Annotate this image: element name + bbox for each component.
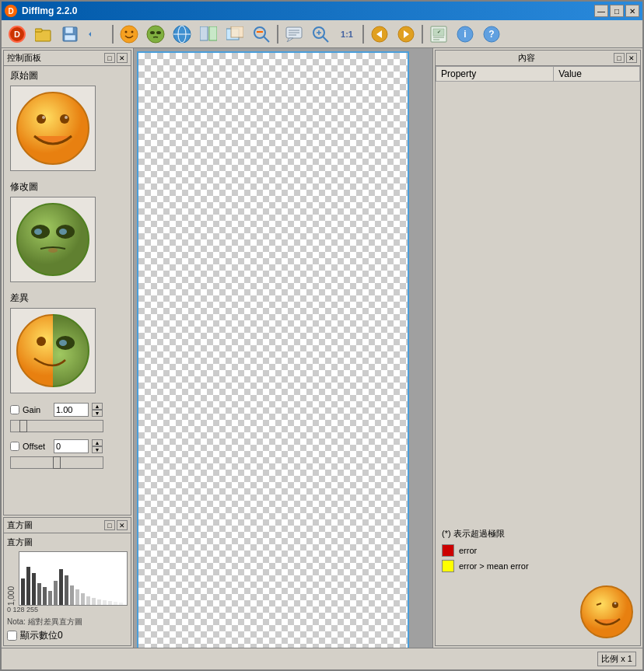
histogram-header: 直方圖 □ ✕ [4,518,131,533]
diff-label: 差異 [10,292,124,305]
next-icon [397,26,415,43]
modified-section: 修改圖 [4,177,131,288]
svg-rect-75 [92,598,96,605]
svg-rect-77 [103,600,107,605]
diff-thumbnail [10,308,96,393]
save-icon [62,26,78,42]
canvas-viewport[interactable] [137,51,409,648]
svg-point-53 [48,248,58,253]
help-button[interactable]: ? [479,23,504,46]
svg-marker-22 [287,38,293,42]
view-modified-button[interactable] [143,23,168,46]
next-button[interactable] [394,23,418,46]
gain-checkbox[interactable] [10,405,19,414]
legend-warning-item: error > mean error [442,560,634,572]
offset-up-button[interactable]: ▲ [92,439,103,446]
view-original-button[interactable] [117,23,142,46]
title-bar: D DiffImg 2.2.0 — □ ✕ [2,2,642,20]
split-view-button[interactable] [196,23,221,46]
zoom-button[interactable] [308,23,333,46]
panel-restore-button[interactable]: □ [104,53,115,63]
gain-down-button[interactable]: ▼ [92,410,103,417]
offset-down-button[interactable]: ▼ [92,446,103,453]
open-red-button[interactable]: D [5,23,30,46]
svg-rect-17 [231,26,243,37]
warning-color-swatch [442,560,454,572]
error-label: error [459,546,477,555]
maximize-button[interactable]: □ [610,5,624,17]
open-folder-button[interactable] [31,23,56,46]
reload-icon [89,26,104,42]
separator-4 [422,25,423,44]
bottom-smiley-container [436,582,640,645]
svg-point-47 [65,116,68,119]
histogram-chart [19,551,128,606]
ratio-button[interactable]: 1:1 [334,23,359,46]
alien-icon [146,25,165,44]
ratio-label: 比例 [601,654,618,663]
svg-point-51 [34,229,42,235]
folder-icon [35,26,52,42]
info-button[interactable]: i [453,23,478,46]
save-button[interactable] [58,23,82,46]
prev-icon [371,26,388,43]
gain-input[interactable] [54,403,89,417]
svg-rect-3 [65,27,73,33]
svg-rect-1 [35,29,42,32]
svg-point-8 [147,26,164,43]
smiley-icon [120,25,138,44]
svg-point-81 [581,586,632,638]
svg-point-45 [60,114,69,124]
zoom-icon [312,26,329,43]
show-zero-row: 顯示數位0 [7,629,128,642]
offset-input[interactable] [54,439,89,453]
separator-1 [112,25,114,44]
histogram-restore-button[interactable]: □ [104,520,115,530]
minimize-button[interactable]: — [594,5,608,17]
content-header: 內容 □ ✕ [436,51,640,66]
panel-header-controls: □ ✕ [104,53,128,63]
overlay-button[interactable] [222,23,247,46]
offset-spinners: ▲ ▼ [92,439,103,453]
gain-up-button[interactable]: ▲ [92,403,103,410]
show-zero-checkbox[interactable] [7,631,17,641]
toolbar: D [2,20,642,48]
svg-point-52 [59,229,67,235]
prev-button[interactable] [367,23,392,46]
title-bar-controls: — □ ✕ [594,5,639,17]
comment-button[interactable] [282,23,306,46]
export-button[interactable]: ✔ [426,23,451,46]
svg-point-9 [150,31,155,34]
separator-3 [362,25,364,44]
svg-text:i: i [464,29,466,40]
highlight-button[interactable] [249,23,274,46]
histogram-section-label: 直方圖 [7,536,128,548]
content-title: 內容 [439,52,614,64]
reload-button[interactable] [84,23,109,46]
svg-rect-70 [65,575,68,605]
svg-point-7 [131,30,134,33]
control-panel-title: 控制面板 [7,52,41,64]
content-close-button[interactable]: ✕ [626,53,637,63]
offset-checkbox[interactable] [10,442,19,451]
close-button[interactable]: ✕ [625,5,639,17]
highlight-icon [253,26,270,43]
property-table: Property Value [436,66,640,82]
panel-close-button[interactable]: ✕ [117,53,128,63]
view-diff-button[interactable] [170,23,194,46]
svg-text:?: ? [488,29,494,40]
svg-point-10 [156,31,161,34]
offset-slider[interactable] [10,456,103,469]
svg-point-6 [125,30,128,33]
svg-point-44 [37,114,46,124]
content-restore-button[interactable]: □ [614,53,625,63]
offset-label: Offset [23,442,51,451]
histogram-close-button[interactable]: ✕ [117,520,128,530]
svg-rect-15 [209,26,217,40]
svg-rect-65 [37,583,41,605]
alien-smiley-icon [16,202,90,277]
help-icon: ? [483,26,500,43]
svg-rect-14 [200,26,208,40]
original-label: 原始圖 [10,69,124,82]
gain-slider[interactable] [10,420,103,432]
